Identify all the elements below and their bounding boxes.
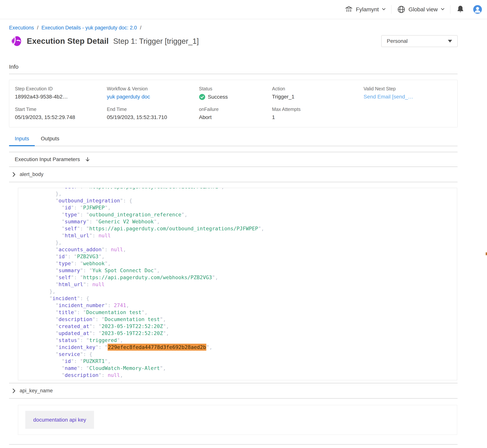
info-field: onFailureAbort <box>199 107 272 120</box>
code-line: "id": "PUZKRT1", <box>43 358 457 365</box>
tab-bar: InputsOutputs <box>9 136 458 146</box>
info-field: Start Time05/19/2023, 15:52:29.748 <box>15 107 107 120</box>
code-line: "description": "Documentation test", <box>43 316 457 323</box>
code-line: "title": "Documentation test", <box>43 309 457 316</box>
code-line: "created_at": "2023-05-19T22:52:20Z", <box>43 379 457 380</box>
code-line: "self": "https://api.pagerduty.com/servi… <box>43 188 457 190</box>
code-line: "type": "outbound_integration_reference"… <box>43 211 457 218</box>
chevron-down-icon <box>441 8 445 11</box>
info-field-label: Valid Next Step <box>364 86 457 91</box>
info-field-label: Start Time <box>15 107 107 112</box>
info-field-label: Workflow & Version <box>107 86 199 91</box>
info-field-value: 18992a43-9538-4b2… <box>15 94 107 100</box>
info-field-label: Action <box>272 86 364 91</box>
code-line: }, <box>43 239 457 246</box>
info-field-value: Trigger_1 <box>272 94 364 100</box>
org-name-label: Fylamynt <box>356 6 379 13</box>
code-line: "created_at": "2023-05-19T22:52:20Z", <box>43 323 457 330</box>
info-field: StatusSuccess <box>199 86 272 100</box>
info-field-value[interactable]: Send Email [send_… <box>364 94 457 100</box>
code-line: "self": "https://api.pagerduty.com/outbo… <box>43 225 457 232</box>
alert-body-json-viewer[interactable]: "self": "https://api.pagerduty.com/servi… <box>18 188 457 380</box>
tab-inputs[interactable]: Inputs <box>9 136 35 146</box>
section-divider <box>9 398 458 399</box>
title-row: Execution Step Detail Step 1: Trigger [t… <box>9 35 458 47</box>
code-line: "accounts_addon": null, <box>43 246 457 253</box>
success-check-icon <box>199 94 205 100</box>
user-avatar[interactable] <box>473 5 482 14</box>
code-line: "type": "webhook", <box>43 260 457 267</box>
info-field-label: Max Attempts <box>272 107 364 112</box>
code-line: "html_url": null <box>43 232 457 239</box>
info-heading: Info <box>9 64 458 70</box>
code-line: "incident_key": "229efec8feda44778d3fe69… <box>43 344 457 351</box>
chevron-down-icon <box>382 8 386 11</box>
code-line: }, <box>43 288 457 295</box>
info-field-value: 05/19/2023, 15:52:31.710 <box>107 114 199 120</box>
code-line: "summary": "Yuk Spot Connect Doc", <box>43 267 457 274</box>
tab-outputs[interactable]: Outputs <box>38 136 62 146</box>
code-line: "outbound_integration": { <box>43 197 457 204</box>
top-bar: Fylamynt Global view <box>0 0 487 19</box>
expander-api-key-value[interactable]: api_key_value <box>9 445 458 448</box>
scope-select-value: Personal <box>387 38 408 44</box>
info-field: Workflow & Versionyuk pagerduty doc <box>107 86 199 100</box>
info-field-label: Step Execution ID <box>15 86 107 91</box>
org-switcher[interactable]: Fylamynt <box>339 6 391 13</box>
scope-select[interactable]: Personal <box>381 35 458 47</box>
caret-down-icon <box>448 40 452 42</box>
info-field-value[interactable]: yuk pagerduty doc <box>107 94 199 100</box>
section-divider <box>9 74 458 74</box>
code-content: "self": "https://api.pagerduty.com/servi… <box>18 188 457 380</box>
code-line: "html_url": null <box>43 281 457 288</box>
expander-label: api_key_name <box>20 388 53 394</box>
code-line: "status": "triggered", <box>43 337 457 344</box>
chevron-right-icon <box>12 172 16 177</box>
info-card: Step Execution ID18992a43-9538-4b2…Workf… <box>9 80 458 127</box>
info-field: Step Execution ID18992a43-9538-4b2… <box>15 86 107 100</box>
status-badge: Success <box>199 94 272 100</box>
status-text: Success <box>208 94 228 100</box>
code-line: "id": "PZB2VG3", <box>43 253 457 260</box>
expander-api-key-name[interactable]: api_key_name <box>9 383 458 398</box>
breadcrumb-separator: / <box>140 25 141 31</box>
code-line: "summary": "Generic V2 Webhook", <box>43 218 457 225</box>
chevron-right-icon <box>12 388 16 393</box>
breadcrumb-link[interactable]: Executions <box>9 25 34 31</box>
organization-bank-icon <box>345 6 353 13</box>
info-field-value: Abort <box>199 114 272 120</box>
api-key-name-chip: documentation api key <box>25 411 94 429</box>
info-field-label: End Time <box>107 107 199 112</box>
info-field-value: 05/19/2023, 15:52:29.748 <box>15 114 107 120</box>
execution-input-parameters-header: Execution Input Parameters <box>9 152 458 167</box>
notifications-bell-icon[interactable] <box>450 5 471 14</box>
fylamynt-logo-icon <box>9 35 22 47</box>
globe-icon <box>397 5 406 14</box>
expander-label: alert_body <box>20 171 43 177</box>
info-field: ActionTrigger_1 <box>272 86 364 100</box>
code-line: "name": "CloudWatch-Memory-Alert", <box>43 365 457 372</box>
page-title: Execution Step Detail <box>27 37 109 46</box>
code-line: }, <box>43 190 457 197</box>
code-line: "id": "PJFWPEP", <box>43 204 457 211</box>
info-field: Max Attempts1 <box>272 107 364 120</box>
scrollbar-match-marker <box>486 252 487 255</box>
view-name-label: Global view <box>408 6 438 13</box>
code-line: "self": "https://api.pagerduty.com/webho… <box>43 274 457 281</box>
expander-alert-body[interactable]: alert_body <box>9 167 458 182</box>
section-divider <box>9 182 458 182</box>
code-line: "service": { <box>43 351 457 358</box>
download-arrow-icon[interactable] <box>85 157 90 162</box>
breadcrumb-separator: / <box>37 25 39 31</box>
execution-input-parameters-label: Execution Input Parameters <box>15 156 80 162</box>
info-field-value: 1 <box>272 114 364 120</box>
info-field: End Time05/19/2023, 15:52:31.710 <box>107 107 199 120</box>
info-field-label: onFailure <box>199 107 272 112</box>
page-subtitle: Step 1: Trigger [trigger_1] <box>113 37 199 46</box>
code-line: "incident": { <box>43 295 457 302</box>
code-line: "incident_number": 2741, <box>43 302 457 309</box>
breadcrumb-link[interactable]: Execution Details - yuk pagerduty doc: 2… <box>41 25 137 31</box>
info-field: Valid Next StepSend Email [send_… <box>364 86 457 100</box>
view-switcher[interactable]: Global view <box>391 5 450 14</box>
info-field-label: Status <box>199 86 272 91</box>
